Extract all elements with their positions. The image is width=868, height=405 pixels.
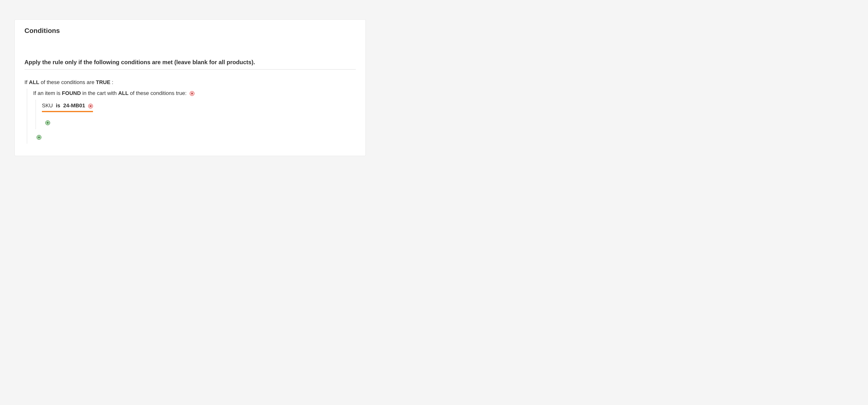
- root-suffix: :: [112, 79, 113, 85]
- condition-value[interactable]: 24-MB01: [63, 102, 85, 108]
- section-label: Apply the rule only if the following con…: [25, 59, 356, 69]
- add-icon[interactable]: [37, 135, 41, 140]
- rule-children-level-2: SKU is 24-MB01: [36, 100, 356, 129]
- conditions-panel: Conditions Apply the rule only if the fo…: [14, 20, 366, 156]
- condition-row: SKU is 24-MB01: [42, 101, 93, 112]
- root-value[interactable]: TRUE: [96, 79, 111, 85]
- combine-aggregator[interactable]: ALL: [118, 90, 129, 96]
- root-rule-line: If ALL of these conditions are TRUE :: [25, 78, 356, 87]
- rule-tree: If ALL of these conditions are TRUE : If…: [25, 78, 356, 144]
- condition-attribute[interactable]: SKU: [42, 102, 53, 108]
- remove-icon[interactable]: [190, 91, 194, 96]
- combine-suffix: of these conditions true:: [130, 90, 187, 96]
- combine-middle: in the cart with: [82, 90, 117, 96]
- combine-found[interactable]: FOUND: [62, 90, 81, 96]
- root-aggregator[interactable]: ALL: [29, 79, 39, 85]
- combine-prefix: If an item is: [33, 90, 60, 96]
- condition-row-wrapper: SKU is 24-MB01: [42, 100, 356, 114]
- rule-children-level-1: If an item is FOUND in the cart with ALL…: [27, 89, 356, 144]
- panel-title: Conditions: [25, 27, 356, 35]
- root-prefix: If: [25, 79, 27, 85]
- add-condition-row-inner: [42, 115, 356, 129]
- add-icon[interactable]: [45, 120, 50, 125]
- condition-operator[interactable]: is: [56, 102, 60, 108]
- add-condition-row-outer: [33, 129, 356, 144]
- combine-rule-line: If an item is FOUND in the cart with ALL…: [33, 89, 356, 97]
- remove-icon[interactable]: [88, 104, 93, 108]
- root-middle: of these conditions are: [41, 79, 94, 85]
